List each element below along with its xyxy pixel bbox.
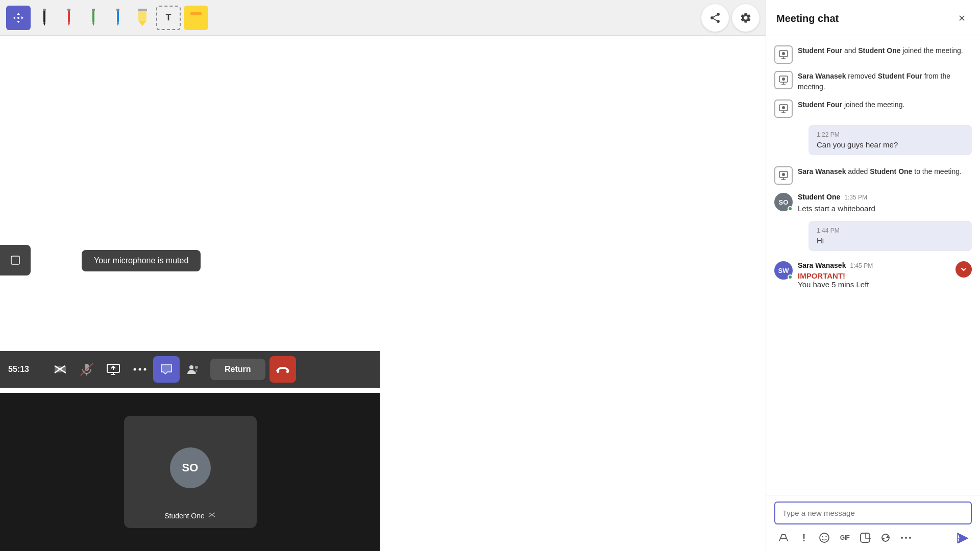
drawing-toolbar: T	[0, 0, 766, 36]
format-tool-button[interactable]	[774, 529, 793, 547]
yellow-highlighter-tool[interactable]	[132, 6, 153, 30]
call-timer: 55:13	[8, 365, 39, 374]
svg-point-26	[144, 368, 146, 371]
move-tool-button[interactable]	[6, 6, 31, 30]
sticky-note-button[interactable]	[184, 6, 208, 30]
hang-up-button[interactable]	[270, 356, 296, 383]
svg-rect-9	[92, 9, 95, 11]
student-one-name-label: Student One	[164, 512, 216, 520]
svg-point-43	[901, 537, 903, 539]
mute-notification: Your microphone is muted	[82, 250, 201, 271]
svg-point-24	[134, 368, 136, 371]
meeting-icon	[774, 99, 793, 118]
text-tool-button[interactable]: T	[156, 6, 181, 30]
system-message: Student Four and Student One joined the …	[766, 41, 980, 67]
share-button[interactable]	[701, 4, 729, 32]
svg-rect-3	[43, 9, 46, 11]
chat-input-area: ! GIF	[766, 495, 980, 551]
svg-point-41	[825, 536, 826, 537]
svg-point-45	[909, 537, 911, 539]
send-message-button[interactable]	[953, 529, 972, 547]
svg-marker-5	[68, 23, 70, 26]
svg-point-36	[782, 106, 785, 109]
student-one-video-tile: SO Student One	[124, 416, 257, 528]
more-chat-options-button[interactable]	[897, 529, 915, 547]
message-input[interactable]	[774, 502, 972, 524]
chat-panel: Meeting chat ✕ Student Four and Student …	[766, 0, 980, 551]
svg-marker-2	[43, 23, 45, 26]
svg-rect-42	[861, 533, 870, 542]
system-message: Sara Wanasek removed Student Four from t…	[766, 67, 980, 95]
black-pen-tool[interactable]	[34, 6, 55, 30]
chat-title: Meeting chat	[776, 13, 839, 24]
meeting-icon	[774, 166, 793, 185]
call-controls-bar: 55:13	[0, 351, 380, 388]
svg-rect-12	[116, 9, 119, 11]
important-tool-button[interactable]: !	[795, 529, 813, 547]
bubble-message: 1:44 PM Hi	[766, 219, 980, 256]
red-pen-tool[interactable]	[58, 6, 80, 30]
student-one-chat-avatar: SO	[774, 193, 793, 211]
svg-point-40	[822, 536, 823, 537]
chat-header: Meeting chat ✕	[766, 0, 980, 35]
participants-button[interactable]	[180, 356, 206, 383]
chat-toggle-button[interactable]	[153, 356, 180, 383]
video-tiles-area: SO Student One	[0, 393, 380, 551]
svg-rect-17	[190, 12, 202, 15]
svg-rect-1	[43, 10, 45, 23]
scroll-down-button[interactable]	[955, 261, 972, 278]
screen-share-button[interactable]	[100, 356, 127, 383]
svg-rect-7	[92, 10, 94, 23]
sara-important-message: SW Sara Wanasek 1:45 PM IMPORTANT! You h…	[766, 258, 980, 292]
svg-point-28	[195, 366, 198, 369]
svg-point-38	[782, 173, 785, 176]
svg-rect-19	[55, 366, 62, 372]
svg-marker-8	[92, 23, 94, 26]
svg-rect-18	[11, 256, 19, 264]
svg-point-25	[139, 368, 141, 371]
svg-rect-10	[117, 10, 119, 23]
student-one-avatar: SO	[170, 447, 211, 488]
svg-point-27	[189, 365, 193, 369]
meeting-icon	[774, 45, 793, 64]
close-chat-button[interactable]: ✕	[953, 10, 970, 27]
chat-messages-list: Student Four and Student One joined the …	[766, 35, 980, 495]
return-button[interactable]: Return	[210, 359, 265, 380]
sidebar-stub[interactable]	[0, 245, 31, 276]
gif-tool-button[interactable]: GIF	[836, 529, 854, 547]
svg-rect-6	[67, 9, 70, 11]
svg-point-0	[17, 17, 19, 19]
online-indicator	[788, 274, 793, 280]
sara-chat-avatar: SW	[774, 261, 793, 280]
svg-rect-15	[138, 9, 147, 11]
mic-toggle-button[interactable]	[74, 356, 100, 383]
svg-marker-11	[117, 23, 119, 26]
loop-tool-button[interactable]	[876, 529, 895, 547]
online-indicator	[788, 206, 793, 211]
blue-pen-tool[interactable]	[107, 6, 129, 30]
svg-rect-21	[85, 364, 89, 371]
svg-point-39	[820, 533, 829, 542]
settings-button[interactable]	[732, 4, 760, 32]
svg-rect-13	[138, 10, 146, 21]
user-message: SO Student One 1:35 PM Lets start a whit…	[766, 190, 980, 217]
whiteboard-area: T Your microphone is muted	[0, 0, 766, 551]
system-message: Sara Wanasek added Student One to the me…	[766, 162, 980, 188]
svg-point-32	[782, 52, 785, 55]
svg-marker-14	[138, 21, 146, 26]
green-pen-tool[interactable]	[83, 6, 104, 30]
emoji-tool-button[interactable]	[815, 529, 834, 547]
camera-toggle-button[interactable]	[47, 356, 74, 383]
message-toolbar: ! GIF	[774, 529, 972, 547]
meeting-icon	[774, 71, 793, 89]
bubble-message: 1:22 PM Can you guys hear me?	[766, 123, 980, 160]
svg-rect-4	[68, 10, 70, 23]
svg-point-34	[782, 78, 785, 81]
sticker-tool-button[interactable]	[856, 529, 874, 547]
system-message: Student Four joined the meeting.	[766, 95, 980, 121]
svg-point-44	[905, 537, 907, 539]
more-options-button[interactable]	[127, 356, 153, 383]
